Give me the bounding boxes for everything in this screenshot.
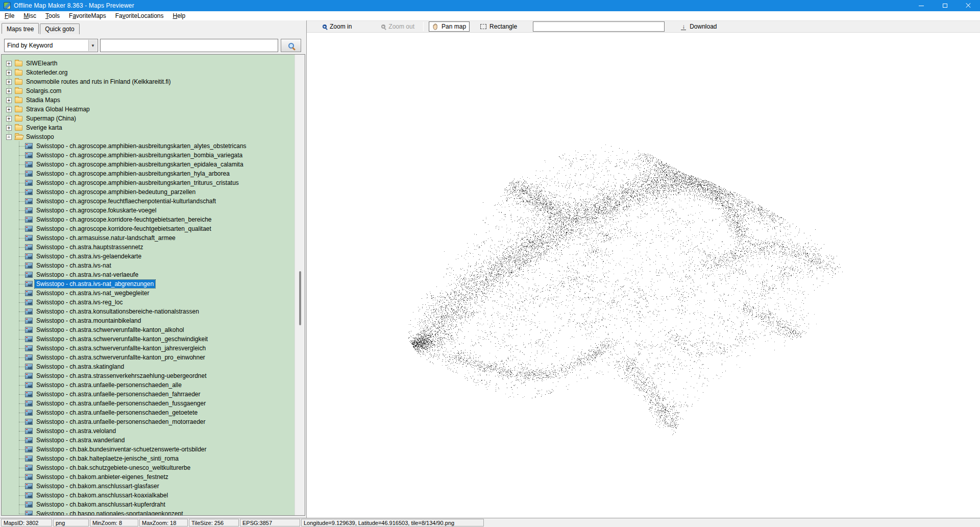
map-canvas[interactable] [307, 33, 980, 518]
tree-item-label: Swisstopo - ch.bakom.anschlussart-glasfa… [35, 482, 161, 490]
tree-item-map[interactable]: Swisstopo - ch.astra.unfaelle-personensc… [2, 380, 295, 390]
tree-connector [19, 192, 25, 193]
tree-connector [19, 164, 25, 165]
tree-item-map[interactable]: Swisstopo - ch.astra.skatingland [2, 362, 295, 371]
tree-item-map[interactable]: Swisstopo - ch.agroscope.fokuskarte-voeg… [2, 206, 295, 215]
tree-item-map[interactable]: Swisstopo - ch.astra.unfaelle-personensc… [2, 417, 295, 426]
folder-icon [15, 88, 22, 94]
tree-item-map[interactable]: Swisstopo - ch.agroscope.amphibien-ausbr… [2, 141, 295, 151]
tree-item-label: Swisstopo - ch.astra.strassenverkehrszae… [35, 372, 208, 380]
tree-item-map[interactable]: Swisstopo - ch.bakom.anbieter-eigenes_fe… [2, 472, 295, 482]
folder-icon [15, 125, 22, 131]
search-button[interactable] [281, 39, 301, 52]
tree-item-folder[interactable]: +Sverige karta [2, 123, 295, 132]
tree-item-map[interactable]: Swisstopo - ch.agroscope.korridore-feuch… [2, 224, 295, 233]
menu-item-favoritelocations[interactable]: FavoriteLocations [111, 12, 168, 20]
tree-item-map[interactable]: Swisstopo - ch.bakom.anschlussart-kupfer… [2, 500, 295, 509]
tree-item-map[interactable]: Swisstopo - ch.astra.unfaelle-personensc… [2, 390, 295, 399]
tree-item-map[interactable]: Swisstopo - ch.astra.ivs-reg_loc [2, 298, 295, 307]
tree-connector [19, 146, 25, 147]
zoom-out-button[interactable]: Zoom out [378, 21, 418, 32]
tree-item-label: Swisstopo - ch.astra.unfaelle-personensc… [35, 381, 183, 389]
map-layer-icon [25, 364, 33, 370]
tree-item-map[interactable]: Swisstopo - ch.agroscope.amphibien-ausbr… [2, 169, 295, 178]
tree-item-map[interactable]: Swisstopo - ch.astra.ivs-nat-verlaeufe [2, 270, 295, 279]
menu-item-misc[interactable]: Misc [19, 12, 41, 20]
tree-connector [19, 293, 25, 294]
menu-item-file[interactable]: File [0, 12, 19, 20]
folder-icon [15, 79, 22, 85]
menu-item-help[interactable]: Help [168, 12, 190, 20]
tree-item-map[interactable]: Swisstopo - ch.armasuisse.natur-landscha… [2, 233, 295, 243]
menu-item-favoritemaps[interactable]: FavoriteMaps [64, 12, 111, 20]
map-layer-icon [25, 483, 33, 489]
window-title: Offline Map Maker 8.363 - Maps Previewer [14, 2, 134, 9]
rectangle-button[interactable]: Rectangle [477, 21, 521, 32]
pan-map-button[interactable]: Pan map [429, 21, 470, 32]
search-input[interactable] [100, 39, 278, 52]
map-layer-icon [25, 354, 33, 361]
tree-item-map[interactable]: Swisstopo - ch.bakom.anschlussart-glasfa… [2, 482, 295, 491]
tree-item-map[interactable]: Swisstopo - ch.astra.schwerverunfallte-k… [2, 334, 295, 344]
tree-item-map[interactable]: Swisstopo - ch.agroscope.korridore-feuch… [2, 215, 295, 224]
map-layer-icon [25, 456, 33, 462]
tree-item-map[interactable]: Swisstopo - ch.astra.hauptstrassennetz [2, 243, 295, 252]
tree-item-label: Swisstopo - ch.agroscope.amphibien-ausbr… [35, 170, 231, 178]
menu-item-tools[interactable]: Tools [41, 12, 64, 20]
tree-item-label: Swisstopo - ch.astra.wanderland [35, 436, 126, 444]
tree-item-folder[interactable]: +Skoterleder.org [2, 68, 295, 77]
tree-item-folder[interactable]: +Solargis.com [2, 86, 295, 95]
find-mode-select[interactable]: Find by Keyword ▼ [4, 39, 98, 52]
tree-scrollbar[interactable] [295, 55, 305, 515]
close-button[interactable] [957, 0, 980, 11]
minimize-icon [919, 6, 924, 6]
tree-item-map[interactable]: Swisstopo - ch.astra.konsultationsbereic… [2, 307, 295, 316]
tree-item-map[interactable]: Swisstopo - ch.agroscope.feuchtflaechenp… [2, 197, 295, 206]
tree-item-map[interactable]: Swisstopo - ch.astra.veloland [2, 426, 295, 436]
tree-item-map[interactable]: Swisstopo - ch.astra.unfaelle-personensc… [2, 399, 295, 408]
tree-item-map[interactable]: Swisstopo - ch.astra.unfaelle-personensc… [2, 408, 295, 417]
map-preview-area[interactable] [307, 33, 980, 518]
tree-item-map[interactable]: Swisstopo - ch.astra.ivs-nat_abgrenzunge… [2, 279, 295, 289]
tree-item-map[interactable]: Swisstopo - ch.agroscope.amphibien-ausbr… [2, 151, 295, 160]
tree-item-label: Swisstopo - ch.bak.halteplaetze-jenische… [35, 454, 180, 463]
tree-item-map[interactable]: Swisstopo - ch.astra.schwerverunfallte-k… [2, 353, 295, 362]
tree-connector [19, 348, 25, 349]
tree-item-map[interactable]: Swisstopo - ch.agroscope.amphibien-ausbr… [2, 160, 295, 169]
tree-item-map[interactable]: Swisstopo - ch.astra.strassenverkehrszae… [2, 371, 295, 380]
tree-connector [19, 275, 25, 275]
tree-item-map[interactable]: Swisstopo - ch.astra.ivs-gelaendekarte [2, 252, 295, 261]
tab-quick-goto[interactable]: Quick goto [40, 23, 79, 34]
tree-item-map[interactable]: Swisstopo - ch.astra.ivs-nat [2, 261, 295, 270]
tree-item-folder[interactable]: +SIWEIearth [2, 59, 295, 68]
tree-item-map[interactable]: Swisstopo - ch.astra.mountainbikeland [2, 316, 295, 325]
tab-maps-tree[interactable]: Maps tree [2, 23, 39, 34]
map-layer-icon [25, 253, 33, 259]
tree-item-map[interactable]: Swisstopo - ch.bakom.anschlussart-koaxia… [2, 491, 295, 500]
tree-item-map[interactable]: Swisstopo - ch.astra.schwerverunfallte-k… [2, 325, 295, 334]
toolbar-input[interactable] [533, 21, 665, 32]
minimize-button[interactable] [910, 0, 933, 11]
map-layer-icon [25, 262, 33, 269]
tree-item-map[interactable]: Swisstopo - ch.bak.halteplaetze-jenische… [2, 454, 295, 463]
tree-item-folder[interactable]: +Snowmobile routes and ruts in Finland (… [2, 77, 295, 86]
tree-item-map[interactable]: Swisstopo - ch.agroscope.amphibien-ausbr… [2, 178, 295, 187]
tree-item-map[interactable]: Swisstopo - ch.astra.ivs-nat_wegbegleite… [2, 289, 295, 298]
maximize-button[interactable] [933, 0, 957, 11]
tree-item-label: Swisstopo - ch.astra.ivs-nat_abgrenzunge… [35, 280, 155, 288]
tree-item-map[interactable]: Swisstopo - ch.agroscope.amphibien-bedeu… [2, 187, 295, 197]
tree-item-label: Swisstopo - ch.astra.konsultationsbereic… [35, 307, 201, 316]
zoom-in-button[interactable]: Zoom in [319, 21, 355, 32]
tree-item-folder[interactable]: +Stadia Maps [2, 95, 295, 105]
tree-item-folder-expanded[interactable]: −Swisstopo [2, 132, 295, 141]
download-button[interactable]: ↓ Download [677, 21, 720, 32]
tree-item-map[interactable]: Swisstopo - ch.bak.bundesinventar-schuet… [2, 445, 295, 454]
tree-item-folder[interactable]: +Supermap (China) [2, 114, 295, 123]
tree-scrollbar-thumb[interactable] [299, 271, 301, 325]
map-layer-icon [25, 180, 33, 186]
tree-item-map[interactable]: Swisstopo - ch.baspo.nationales-sportanl… [2, 509, 295, 516]
tree-item-map[interactable]: Swisstopo - ch.bak.schutzgebiete-unesco_… [2, 463, 295, 472]
tree-item-folder[interactable]: +Strava Global Heatmap [2, 105, 295, 114]
tree-item-map[interactable]: Swisstopo - ch.astra.wanderland [2, 436, 295, 445]
tree-item-map[interactable]: Swisstopo - ch.astra.schwerverunfallte-k… [2, 344, 295, 353]
